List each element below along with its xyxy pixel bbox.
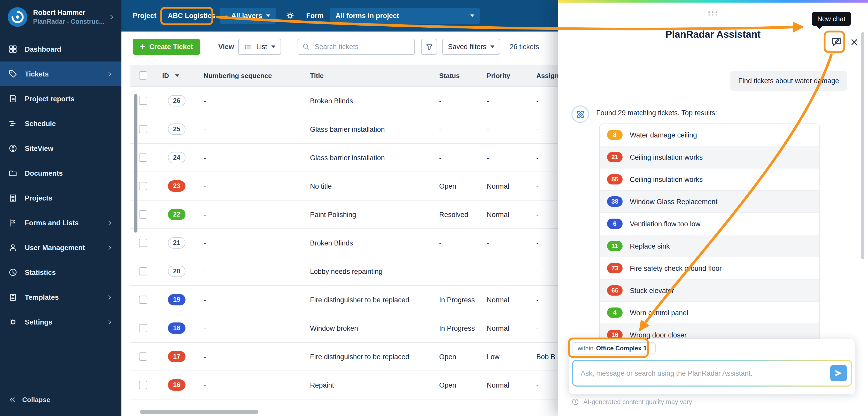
assistant-input[interactable] bbox=[580, 369, 826, 378]
chevron-right-icon bbox=[106, 244, 113, 251]
sidebar-item-dashboard[interactable]: Dashboard bbox=[0, 37, 121, 61]
status-cell: In Progress bbox=[433, 324, 480, 332]
sidebar-item-siteview[interactable]: SiteView bbox=[0, 136, 121, 161]
row-checkbox[interactable] bbox=[139, 267, 147, 275]
result-item[interactable]: 8Water damage ceiling bbox=[600, 124, 819, 146]
ticket-id-badge: 16 bbox=[168, 379, 185, 391]
sidebar-item-documents[interactable]: Documents bbox=[0, 161, 121, 185]
row-checkbox[interactable] bbox=[139, 239, 147, 247]
ticket-id-badge: 23 bbox=[168, 180, 185, 192]
column-header-numbering[interactable]: Numbering sequence bbox=[197, 71, 304, 79]
row-checkbox[interactable] bbox=[139, 381, 147, 389]
title-cell: Broken Blinds bbox=[304, 239, 433, 247]
result-id-badge: 66 bbox=[607, 285, 623, 296]
row-checkbox[interactable] bbox=[139, 125, 147, 133]
result-item[interactable]: 38Window Glass Replacement bbox=[600, 191, 819, 213]
numbering-cell: - bbox=[197, 97, 304, 105]
sidebar-item-settings[interactable]: Settings bbox=[0, 309, 121, 334]
result-item[interactable]: 6Ventilation flow too low bbox=[600, 213, 819, 235]
priority-cell: - bbox=[480, 125, 530, 133]
view-label: View bbox=[218, 43, 234, 51]
result-title: Wrong door closer bbox=[630, 331, 687, 339]
numbering-cell: - bbox=[197, 125, 304, 133]
row-checkbox[interactable] bbox=[139, 153, 147, 162]
column-header-id[interactable]: ID bbox=[156, 71, 197, 79]
assistant-results-list: 8Water damage ceiling 21Ceiling insulati… bbox=[599, 123, 820, 346]
main-vertical-scrollbar[interactable] bbox=[134, 94, 137, 233]
assistant-input-card: within Office Complex 11 bbox=[569, 339, 855, 394]
priority-cell: Normal bbox=[480, 296, 530, 304]
column-header-status[interactable]: Status bbox=[433, 71, 480, 79]
search-input[interactable] bbox=[314, 42, 410, 51]
sidebar-item-project-reports[interactable]: Project reports bbox=[0, 86, 121, 111]
row-checkbox[interactable] bbox=[139, 210, 147, 218]
saved-filters-dropdown[interactable]: Saved filters bbox=[442, 39, 500, 55]
filter-button[interactable] bbox=[421, 39, 437, 55]
row-checkbox[interactable] bbox=[139, 97, 147, 105]
new-chat-button[interactable] bbox=[828, 34, 844, 50]
project-selector[interactable]: ABC Logistics bbox=[164, 8, 220, 23]
planradar-app: Robert Hammer PlanRadar - Construc... Da… bbox=[0, 0, 868, 416]
result-title: Water damage ceiling bbox=[630, 131, 697, 139]
form-value: All forms in project bbox=[336, 12, 399, 20]
panel-scrollbar[interactable] bbox=[861, 32, 864, 260]
column-header-title[interactable]: Title bbox=[304, 71, 433, 79]
sidebar-collapse-button[interactable]: Collapse bbox=[0, 388, 58, 411]
dashboard-icon bbox=[8, 44, 18, 54]
assistant-input-border bbox=[572, 360, 852, 387]
row-checkbox[interactable] bbox=[139, 352, 147, 361]
sidebar-item-label: Templates bbox=[25, 293, 59, 301]
assistant-avatar bbox=[571, 106, 589, 123]
send-button[interactable] bbox=[830, 365, 847, 381]
account-labels: Robert Hammer PlanRadar - Construc... bbox=[33, 9, 103, 25]
sidebar-item-user-management[interactable]: User Management bbox=[0, 235, 121, 260]
chevron-right-icon bbox=[106, 70, 113, 77]
row-checkbox[interactable] bbox=[139, 296, 147, 304]
sidebar-item-statistics[interactable]: Statistics bbox=[0, 260, 121, 285]
form-dropdown[interactable]: All forms in project bbox=[330, 8, 480, 24]
footer-note: AI-generated content quality may vary bbox=[583, 398, 692, 406]
status-cell: - bbox=[433, 267, 480, 275]
sidebar-item-forms-and-lists[interactable]: Forms and Lists bbox=[0, 210, 121, 235]
result-item[interactable]: 11Replace sink bbox=[600, 235, 819, 257]
close-panel-button[interactable] bbox=[847, 35, 861, 49]
schedule-icon bbox=[8, 119, 18, 128]
layers-dropdown[interactable]: - All layers bbox=[220, 8, 276, 24]
result-item[interactable]: 55Ceiling insulation works bbox=[600, 169, 819, 191]
info-icon bbox=[571, 398, 579, 406]
result-id-badge: 38 bbox=[607, 197, 623, 207]
assistant-title: PlanRadar Assistant bbox=[558, 29, 868, 40]
title-cell: Glass barrier installation bbox=[304, 125, 433, 133]
status-cell: - bbox=[433, 239, 480, 247]
view-mode-value: List bbox=[256, 43, 267, 51]
panel-drag-handle[interactable] bbox=[708, 11, 718, 16]
separator: - bbox=[225, 12, 227, 20]
select-all-checkbox[interactable] bbox=[139, 71, 147, 80]
result-item[interactable]: 21Ceiling insulation works bbox=[600, 146, 819, 169]
create-ticket-button[interactable]: + Create Ticket bbox=[133, 39, 200, 55]
chevron-down-icon bbox=[491, 46, 495, 48]
view-mode-dropdown[interactable]: List bbox=[238, 39, 281, 55]
sidebar-item-projects[interactable]: Projects bbox=[0, 185, 121, 210]
result-item[interactable]: 73Fire safety check ground floor bbox=[600, 257, 819, 279]
collapse-icon bbox=[8, 395, 16, 403]
priority-cell: Normal bbox=[480, 182, 530, 190]
sidebar-item-schedule[interactable]: Schedule bbox=[0, 111, 121, 136]
row-checkbox[interactable] bbox=[139, 324, 147, 332]
account-switcher[interactable]: Robert Hammer PlanRadar - Construc... bbox=[0, 0, 121, 33]
priority-cell: - bbox=[480, 97, 530, 105]
context-filter-chip[interactable]: within Office Complex 11 bbox=[572, 342, 655, 355]
sidebar-item-tickets[interactable]: Tickets bbox=[0, 61, 121, 86]
numbering-cell: - bbox=[197, 211, 304, 218]
column-header-priority[interactable]: Priority bbox=[480, 71, 530, 79]
result-item[interactable]: 4Worn control panel bbox=[600, 302, 819, 324]
main-horizontal-scrollbar[interactable] bbox=[140, 410, 258, 414]
row-checkbox[interactable] bbox=[139, 182, 147, 190]
layer-settings-gear-button[interactable] bbox=[285, 11, 295, 21]
assistant-response-text: Found 29 matching tickets. Top results: bbox=[596, 109, 717, 117]
sidebar-menu: Dashboard Tickets Project reports Schedu… bbox=[0, 37, 121, 334]
sidebar-item-templates[interactable]: Templates bbox=[0, 285, 121, 309]
title-cell: Glass barrier installation bbox=[304, 154, 433, 161]
result-title: Fire safety check ground floor bbox=[630, 264, 722, 272]
result-item[interactable]: 66Stuck elevator bbox=[600, 279, 819, 302]
